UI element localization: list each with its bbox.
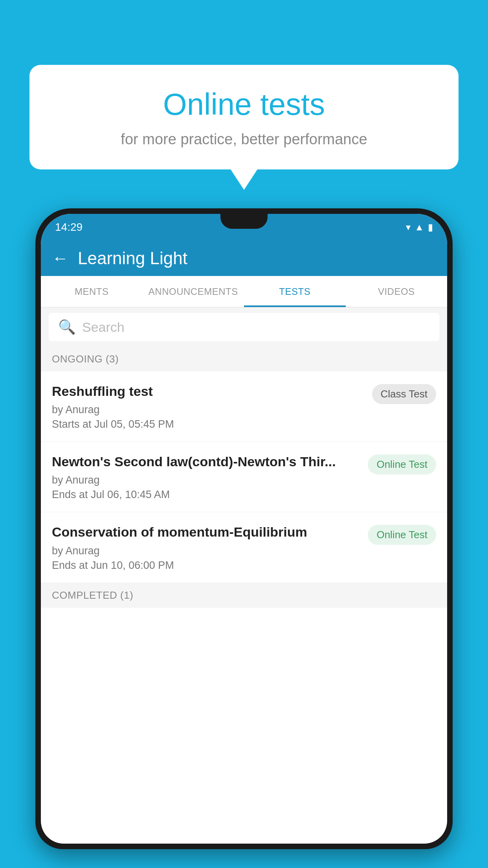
phone-mockup: 14:29 ▾ ▲ ▮ ← Learning Light MENTS A — [35, 208, 453, 868]
test-info-2: Newton's Second law(contd)-Newton's Thir… — [52, 453, 361, 501]
app-title: Learning Light — [78, 248, 187, 268]
search-bar-wrap: 🔍 Search — [41, 307, 447, 347]
search-placeholder: Search — [82, 320, 125, 335]
status-bar: 14:29 ▾ ▲ ▮ — [41, 214, 447, 241]
test-badge-1: Class Test — [372, 384, 436, 404]
ongoing-section-label: ONGOING (3) — [41, 347, 447, 371]
completed-section-label: COMPLETED (1) — [41, 583, 447, 608]
test-by-3: by Anurag — [52, 545, 361, 557]
speech-bubble: Online tests for more practice, better p… — [29, 65, 459, 169]
battery-icon: ▮ — [428, 222, 433, 233]
tab-tests[interactable]: TESTS — [244, 276, 346, 307]
test-info-3: Conservation of momentum-Equilibrium by … — [52, 523, 361, 571]
test-date-2: Ends at Jul 06, 10:45 AM — [52, 489, 361, 501]
status-time: 14:29 — [55, 221, 83, 234]
tabs-bar: MENTS ANNOUNCEMENTS TESTS VIDEOS — [41, 276, 447, 307]
tab-videos[interactable]: VIDEOS — [346, 276, 448, 307]
test-badge-2: Online Test — [368, 454, 436, 474]
bubble-subtitle: for more practice, better performance — [53, 131, 435, 148]
test-item-1[interactable]: Reshuffling test by Anurag Starts at Jul… — [41, 371, 447, 442]
app-header: ← Learning Light — [41, 241, 447, 276]
test-name-3: Conservation of momentum-Equilibrium — [52, 523, 361, 541]
search-bar[interactable]: 🔍 Search — [49, 313, 439, 341]
status-icons: ▾ ▲ ▮ — [406, 222, 433, 233]
test-item-2[interactable]: Newton's Second law(contd)-Newton's Thir… — [41, 442, 447, 512]
test-name-2: Newton's Second law(contd)-Newton's Thir… — [52, 453, 361, 470]
test-by-2: by Anurag — [52, 474, 361, 486]
wifi-icon: ▾ — [406, 222, 411, 233]
test-date-1: Starts at Jul 05, 05:45 PM — [52, 418, 366, 430]
signal-icon: ▲ — [415, 222, 424, 233]
test-by-1: by Anurag — [52, 404, 366, 416]
test-name-1: Reshuffling test — [52, 383, 366, 400]
test-list: Reshuffling test by Anurag Starts at Jul… — [41, 371, 447, 583]
tab-announcements[interactable]: ANNOUNCEMENTS — [143, 276, 244, 307]
test-badge-3: Online Test — [368, 525, 436, 545]
tab-ments[interactable]: MENTS — [41, 276, 143, 307]
phone-outer: 14:29 ▾ ▲ ▮ ← Learning Light MENTS A — [35, 208, 453, 849]
test-info-1: Reshuffling test by Anurag Starts at Jul… — [52, 383, 366, 430]
notch — [220, 214, 268, 229]
back-button[interactable]: ← — [52, 250, 68, 267]
test-date-3: Ends at Jun 10, 06:00 PM — [52, 559, 361, 572]
test-item-3[interactable]: Conservation of momentum-Equilibrium by … — [41, 512, 447, 583]
search-icon: 🔍 — [58, 319, 76, 335]
bubble-title: Online tests — [53, 86, 435, 122]
phone-screen: 14:29 ▾ ▲ ▮ ← Learning Light MENTS A — [41, 214, 447, 844]
